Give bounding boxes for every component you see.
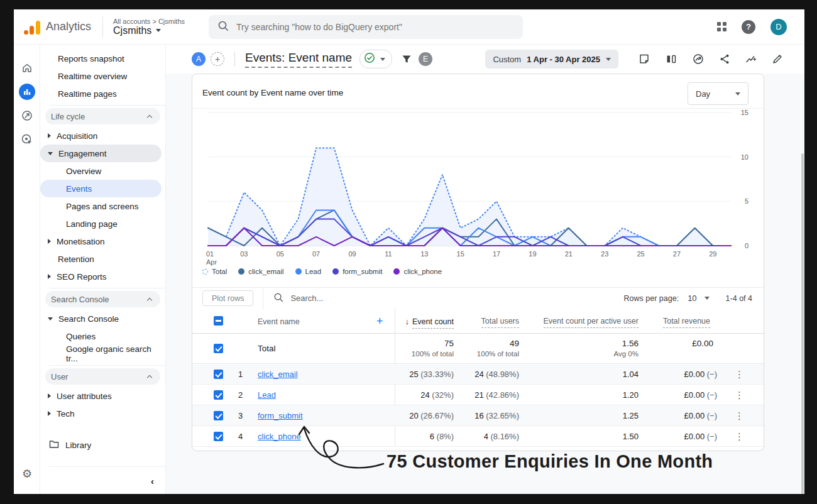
sidebar-item-acquisition[interactable]: Acquisition — [40, 127, 165, 145]
event-link-click-phone[interactable]: click_phone — [258, 432, 301, 441]
add-comparison-icon[interactable]: + — [211, 52, 224, 66]
property-avatar[interactable]: A — [192, 52, 206, 66]
legend-item-click-phone[interactable]: click_phone — [393, 268, 442, 275]
chevron-down-icon — [380, 58, 385, 61]
filter-funnel-icon[interactable] — [401, 53, 412, 65]
sidebar-item-seo-reports[interactable]: SEO Reports — [40, 268, 165, 285]
advertising-icon[interactable] — [19, 131, 35, 148]
row-checkbox[interactable] — [214, 344, 223, 353]
chevron-down-icon[interactable] — [705, 297, 710, 300]
table-row-form-submit: 3form_submit20 (26.67%)16 (32.65%)1.25£0… — [192, 405, 764, 426]
sidebar-item-label: Acquisition — [57, 131, 97, 141]
rows-per-page-value[interactable]: 10 — [688, 293, 696, 303]
legend-item-click-email[interactable]: click_email — [238, 268, 283, 275]
cell-total-users: 24 (48.98%) — [474, 370, 519, 379]
apps-grid-icon[interactable] — [717, 22, 727, 31]
event-link-form-submit[interactable]: form_submit — [258, 411, 303, 420]
table-search[interactable]: Search... — [273, 292, 323, 304]
sidebar-item-retention[interactable]: Retention — [40, 250, 165, 268]
column-header-event-name[interactable]: Event name — [258, 317, 300, 326]
report-title[interactable]: Events: Event name — [245, 51, 352, 68]
date-range-picker[interactable]: Custom 1 Apr - 30 Apr 2025 — [485, 50, 618, 68]
svg-text:27: 27 — [673, 250, 681, 258]
search-input[interactable] — [236, 22, 500, 32]
chevron-down-icon — [156, 29, 161, 32]
row-menu-kebab-icon[interactable]: ⋮ — [735, 431, 745, 442]
sidebar-item-tech[interactable]: Tech — [40, 405, 165, 422]
explore-icon[interactable] — [19, 107, 35, 124]
svg-text:5: 5 — [745, 197, 748, 205]
row-checkbox[interactable] — [214, 411, 223, 420]
sidebar-item-library[interactable]: Library — [40, 436, 165, 454]
notes-icon[interactable] — [638, 53, 650, 65]
row-checkbox[interactable] — [214, 432, 223, 441]
sparkline-icon[interactable] — [745, 53, 757, 65]
sidebar-item-engagement[interactable]: Engagement — [40, 145, 162, 162]
sidebar-item-landing-page[interactable]: Landing page — [40, 215, 165, 233]
compare-icon[interactable] — [665, 53, 677, 65]
sidebar-item-search-console[interactable]: Search Console — [40, 310, 165, 327]
column-header-per-active-user[interactable]: Event count per active user — [544, 317, 639, 326]
collapse-sidebar-icon[interactable]: ‹ — [151, 476, 154, 486]
sidebar-section-life-cycle[interactable]: Life cycle — [45, 108, 160, 124]
column-header-total-users[interactable]: Total users — [481, 317, 519, 326]
help-icon[interactable]: ? — [742, 20, 755, 34]
sidebar-footer: ‹ — [49, 466, 165, 494]
row-checkbox[interactable] — [214, 370, 223, 379]
event-link-lead[interactable]: Lead — [258, 390, 276, 400]
column-header-total-revenue[interactable]: Total revenue — [663, 317, 710, 326]
svg-text:03: 03 — [240, 250, 248, 258]
row-menu-kebab-icon[interactable]: ⋮ — [735, 390, 745, 401]
insights-icon[interactable] — [692, 53, 705, 65]
share-icon[interactable] — [719, 53, 730, 65]
table-header-row: Event name + ↓Event count Total users Ev… — [192, 309, 764, 334]
sidebar-item-reports-snapshot[interactable]: Reports snapshot — [40, 50, 165, 67]
sidebar-item-monetisation[interactable]: Monetisation — [40, 233, 165, 250]
sidebar-item-label: Engagement — [58, 149, 107, 158]
reports-icon[interactable] — [19, 84, 35, 100]
global-search[interactable] — [209, 15, 523, 39]
legend-item-total[interactable]: Total — [202, 268, 227, 275]
event-link-click-email[interactable]: click_email — [258, 370, 298, 379]
row-menu-kebab-icon[interactable]: ⋮ — [735, 410, 745, 422]
comparison-avatar[interactable]: E — [419, 52, 432, 66]
legend-item-form-submit[interactable]: form_submit — [332, 268, 382, 275]
svg-text:25: 25 — [637, 250, 644, 258]
plot-rows-button[interactable]: Plot rows — [202, 290, 253, 306]
sidebar-section-search-console[interactable]: Search Console — [45, 291, 160, 307]
share-value: (32.65%) — [484, 411, 519, 420]
analytics-logo-icon — [24, 19, 40, 35]
legend-item-lead[interactable]: Lead — [295, 268, 322, 275]
sidebar-item-realtime-pages[interactable]: Realtime pages — [40, 85, 165, 102]
report-nav-sidebar: Reports snapshotRealtime overviewRealtim… — [40, 45, 166, 494]
row-checkbox[interactable] — [214, 390, 223, 400]
sidebar-item-queries[interactable]: Queries — [40, 327, 165, 345]
account-switcher[interactable]: All accounts > Cjsmiths Cjsmiths — [113, 18, 185, 36]
totals-revenue: £0.00 — [692, 339, 713, 348]
svg-text:19: 19 — [529, 250, 536, 258]
sidebar-item-google-organic-search-tr[interactable]: Google organic search tr... — [40, 345, 165, 363]
report-status-pill[interactable] — [359, 50, 392, 68]
home-icon[interactable] — [19, 60, 35, 76]
sidebar-item-realtime-overview[interactable]: Realtime overview — [40, 67, 165, 85]
user-avatar[interactable]: D — [770, 19, 787, 35]
add-column-icon[interactable]: + — [376, 315, 383, 328]
scrollbar-thumb[interactable] — [801, 153, 804, 494]
sidebar-section-user[interactable]: User — [45, 368, 160, 385]
settings-gear-icon[interactable]: ⚙ — [19, 465, 35, 481]
expand-arrow-icon — [48, 317, 53, 320]
row-menu-kebab-icon[interactable]: ⋮ — [735, 369, 745, 380]
cell-revenue: £0.00 (−) — [684, 411, 717, 420]
select-all-checkbox[interactable] — [214, 316, 223, 326]
chevron-up-icon — [147, 375, 152, 380]
events-line-chart[interactable]: 05101501Apr0305070911131517192123252729 — [202, 110, 755, 267]
edit-pencil-icon[interactable] — [772, 53, 783, 65]
granularity-select[interactable]: Day — [688, 82, 748, 105]
top-bar: Analytics All accounts > Cjsmiths Cjsmit… — [14, 9, 804, 45]
sidebar-item-pages-and-screens[interactable]: Pages and screens — [40, 197, 165, 215]
column-header-event-count[interactable]: ↓Event count — [405, 317, 454, 326]
sidebar-item-events[interactable]: Events — [40, 180, 162, 197]
sidebar-item-overview[interactable]: Overview — [40, 162, 165, 180]
legend-label: click_email — [248, 268, 283, 275]
sidebar-item-user-attributes[interactable]: User attributes — [40, 387, 165, 405]
